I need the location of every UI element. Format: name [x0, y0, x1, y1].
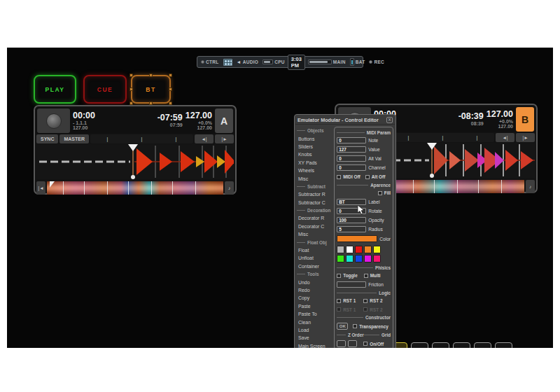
deck-a-loop-button[interactable]: ♪: [225, 181, 234, 195]
multi-checkbox[interactable]: [364, 274, 368, 278]
alt-val-field[interactable]: 0: [337, 155, 366, 162]
editor-properties-panel: MIDI Param 0Note 127Value 0Alt Val 0Chan…: [334, 127, 393, 348]
deck-a-waveform[interactable]: [36, 144, 234, 179]
menu-item-wheels[interactable]: Wheels: [297, 167, 332, 174]
menu-item-decorator-c[interactable]: Decorator C: [297, 223, 332, 230]
deck-a-load-knob[interactable]: [37, 108, 70, 133]
menu-item-decorator-r[interactable]: Decorator R: [297, 214, 332, 222]
menu-item-redo[interactable]: Redo: [297, 286, 332, 294]
rst2-dim-checkbox: [363, 307, 368, 312]
deck-b-loop-button[interactable]: ♪: [526, 180, 535, 193]
menu-item-undo[interactable]: Undo: [297, 278, 332, 286]
radius-field[interactable]: 5: [337, 226, 366, 232]
menu-item-misc[interactable]: Misc: [297, 174, 332, 182]
menu-item-buttons[interactable]: Buttons: [297, 134, 332, 142]
menu-item-knobs[interactable]: Knobs: [297, 150, 332, 158]
z-order-up-button[interactable]: [337, 340, 346, 347]
friction-field[interactable]: [337, 281, 366, 288]
palette-swatch[interactable]: [355, 246, 363, 253]
menu-item-paste[interactable]: Paste: [297, 302, 332, 310]
cue-pad[interactable]: CUE: [83, 75, 127, 104]
ctrl-toggle[interactable]: CTRL: [200, 57, 220, 66]
cpu-meter-icon: [262, 59, 273, 64]
palette-swatch[interactable]: [373, 255, 381, 262]
color-swatch-current[interactable]: [337, 235, 377, 242]
deck-a-controls: SYNC MASTER ||| ◄| |►: [36, 134, 234, 144]
midi-off-checkbox[interactable]: [337, 175, 341, 179]
fill-checkbox[interactable]: [378, 191, 382, 195]
rst2-checkbox[interactable]: [363, 299, 368, 303]
palette-swatch[interactable]: [373, 246, 381, 253]
rst1-checkbox[interactable]: [337, 299, 341, 303]
deck-a-master-button[interactable]: MASTER: [59, 134, 89, 144]
close-icon[interactable]: X: [386, 117, 393, 123]
palette-swatch[interactable]: [346, 255, 354, 262]
record-label: REC: [374, 59, 384, 64]
deck-b-remaining-time: -08:39: [458, 112, 484, 121]
menu-item-subtractor-r[interactable]: Subtractor R: [297, 190, 332, 198]
ok-button[interactable]: OK: [337, 323, 348, 330]
hotcue-pad[interactable]: [474, 342, 491, 348]
selection-handle[interactable]: [130, 88, 133, 91]
palette-swatch[interactable]: [364, 246, 372, 253]
menu-item-paste-to[interactable]: Paste To: [297, 310, 332, 318]
palette-swatch[interactable]: [364, 255, 372, 262]
selection-handle[interactable]: [169, 74, 172, 77]
menu-item-copy[interactable]: Copy: [297, 294, 332, 302]
record-button[interactable]: REC: [368, 57, 386, 66]
deck-b-remaining-sub: 08:39: [471, 121, 484, 126]
deck-a-jump-start-button[interactable]: |◄: [36, 181, 46, 195]
midi-param-header: MIDI Param: [337, 130, 391, 135]
z-order-down-button[interactable]: [348, 340, 357, 347]
control-editor-titlebar[interactable]: Emulator Modular - Control Editor X: [295, 115, 395, 125]
hotcue-pad[interactable]: [432, 342, 449, 348]
note-field[interactable]: 0: [337, 137, 366, 144]
toggle-checkbox[interactable]: [337, 274, 341, 278]
grid-onoff-checkbox[interactable]: [363, 342, 368, 346]
menu-item-float[interactable]: Float: [297, 246, 332, 254]
menu-item-unfloat[interactable]: Unfloat: [297, 254, 332, 262]
deck-b-nudge-back-button[interactable]: ◄|: [496, 133, 514, 142]
selection-handle[interactable]: [149, 74, 153, 77]
control-editor-window: Emulator Modular - Control Editor X Obje…: [294, 114, 396, 348]
deck-a-nudge-forward-button[interactable]: |►: [215, 134, 234, 144]
deck-a-sync-button[interactable]: SYNC: [36, 134, 58, 144]
play-pad[interactable]: PLAY: [34, 75, 76, 104]
audio-toggle[interactable]: ◄AUDIO: [235, 57, 260, 66]
menu-item-container[interactable]: Container: [297, 262, 332, 270]
selection-handle[interactable]: [169, 88, 172, 91]
menu-item-main-screen[interactable]: Main Screen: [297, 342, 332, 348]
deck-a-pitch: +0.0%: [198, 120, 212, 125]
hotcue-pad[interactable]: [495, 342, 512, 348]
selection-handle[interactable]: [130, 74, 133, 77]
alt-off-checkbox[interactable]: [365, 175, 370, 179]
transparency-checkbox[interactable]: [353, 324, 357, 328]
deck-b-beat-ticks: |||: [391, 133, 494, 142]
deck-b-badge[interactable]: B: [516, 107, 534, 132]
value-field[interactable]: 127: [337, 146, 366, 153]
menu-item-load[interactable]: Load: [297, 326, 332, 334]
palette-swatch[interactable]: [337, 255, 344, 262]
screenshot-page: CTRL ◄AUDIO CPU 3:03 PM MAIN BAT REC PLA…: [0, 0, 560, 392]
menu-item-xy-pads[interactable]: XY Pads: [297, 159, 332, 167]
hotcue-pad[interactable]: [411, 342, 428, 348]
midi-grid-button[interactable]: [222, 57, 234, 66]
menu-item-clean[interactable]: Clean: [297, 318, 332, 326]
palette-swatch[interactable]: [337, 246, 344, 253]
menu-item-subtractor-c[interactable]: Subtractor C: [297, 199, 332, 206]
deck-a-badge[interactable]: A: [215, 108, 233, 133]
deck-a-nudge-back-button[interactable]: ◄|: [195, 134, 214, 144]
deck-a-overview-strip[interactable]: [47, 181, 223, 195]
menu-item-save[interactable]: Save: [297, 334, 332, 342]
menu-item-misc-2[interactable]: Misc: [297, 230, 332, 238]
channel-field[interactable]: 0: [337, 164, 366, 171]
hotcue-pad[interactable]: [453, 342, 470, 348]
palette-swatch[interactable]: [346, 246, 354, 253]
grid-icon: [223, 59, 232, 66]
opacity-field[interactable]: 100: [337, 217, 366, 223]
palette-swatch[interactable]: [355, 255, 363, 262]
bt-pad-selected[interactable]: BT: [131, 75, 171, 104]
play-pad-label: PLAY: [46, 86, 65, 93]
deck-b-nudge-forward-button[interactable]: |►: [516, 133, 535, 142]
menu-item-sliders[interactable]: Sliders: [297, 143, 332, 150]
